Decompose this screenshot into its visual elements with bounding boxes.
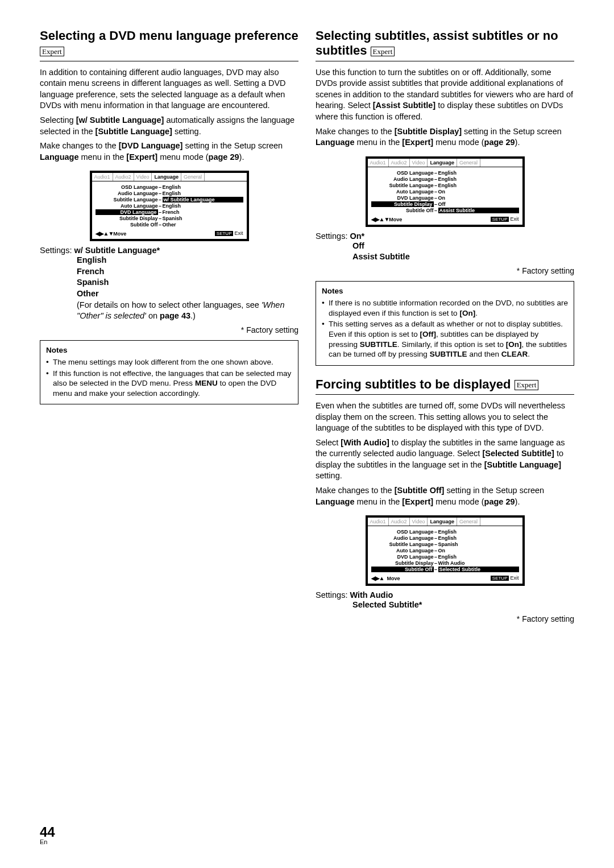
osd-row: Subtitle Off – Selected Subtitle xyxy=(371,567,519,572)
expert-badge: Expert xyxy=(40,47,64,57)
osd-row-label: Auto Language xyxy=(371,548,434,553)
osd-row-value: Other xyxy=(163,222,243,228)
osd-row: OSD Language – English xyxy=(371,529,519,535)
osd-row-value: English xyxy=(438,183,519,188)
section-heading-dvd-language: Selecting a DVD menu language preference… xyxy=(40,28,298,61)
osd-row: OSD Language – English xyxy=(96,184,243,190)
osd-row: DVD Language – On xyxy=(371,195,519,201)
osd-row-label: OSD Language xyxy=(96,184,158,190)
osd-footer: ◀▶▲▼Move SETUPExit xyxy=(368,215,522,225)
note-item: This setting serves as a default as whet… xyxy=(322,319,568,359)
osd-row-label: Auto Language xyxy=(96,203,158,209)
settings-value: Other xyxy=(77,288,298,300)
osd-screenshot-dvd-language: Audio1 Audio2 Video Language General OSD… xyxy=(90,171,249,241)
tab: Audio2 xyxy=(113,173,134,181)
osd-row-value: English xyxy=(438,554,519,560)
tab: Audio1 xyxy=(368,159,389,167)
osd-row-value: English xyxy=(438,529,519,535)
osd-row-value: English xyxy=(163,184,243,190)
osd-row-label: Audio Language xyxy=(371,535,434,541)
tab: General xyxy=(457,518,480,526)
forcing-intro-paragraph: Even when the subtitles are turned off, … xyxy=(316,400,574,434)
osd-row-value: On xyxy=(438,548,519,553)
osd-row: Audio Language – English xyxy=(371,535,519,541)
osd-body: OSD Language – EnglishAudio Language – E… xyxy=(368,167,522,215)
osd-row: DVD Language – French xyxy=(96,209,243,215)
page-number: 44 En xyxy=(40,825,55,845)
subtitle-intro-paragraph: Use this function to turn the subtitles … xyxy=(316,67,574,123)
osd-row-value: Off xyxy=(438,201,519,207)
tab: Video xyxy=(134,173,152,181)
osd-row-label: OSD Language xyxy=(371,170,434,176)
setup-pill: SETUP xyxy=(491,576,509,581)
tab: Audio1 xyxy=(368,518,389,526)
tab-active: Language xyxy=(428,159,457,167)
arrows-icon: ◀▶▲▼ xyxy=(96,230,114,237)
settings-values: Off Assist Subtitle xyxy=(352,241,574,263)
osd-row-value: English xyxy=(438,170,519,176)
settings-block: Settings: w/ Subtitle Language* English … xyxy=(40,246,298,321)
osd-row: Subtitle Language – Spanish xyxy=(371,542,519,547)
osd-row-value: English xyxy=(438,535,519,541)
osd-body: OSD Language – EnglishAudio Language – E… xyxy=(92,181,247,229)
tab: Video xyxy=(410,159,428,167)
osd-row-value: Spanish xyxy=(163,216,243,221)
tab-active: Language xyxy=(152,173,181,181)
page-number-value: 44 xyxy=(40,824,55,840)
tab-active: Language xyxy=(428,518,457,526)
osd-row-label: Subtitle Off xyxy=(96,222,158,228)
osd-row: Subtitle Language – English xyxy=(371,183,519,188)
osd-row-label: Subtitle Off xyxy=(371,567,434,572)
settings-value: French xyxy=(77,266,298,278)
osd-row-value: English xyxy=(163,203,243,209)
settings-value: Assist Subtitle xyxy=(352,251,574,263)
expert-badge: Expert xyxy=(371,47,395,57)
expert-badge: Expert xyxy=(515,380,539,390)
osd-row-label: OSD Language xyxy=(371,529,434,535)
settings-label: Settings: xyxy=(40,246,72,255)
osd-row-label: Audio Language xyxy=(96,191,158,196)
notes-heading: Notes xyxy=(322,286,568,296)
osd-row-value: On xyxy=(438,195,519,201)
settings-value: Selected Subtitle* xyxy=(352,600,574,611)
factory-setting-note: * Factory setting xyxy=(316,266,574,275)
osd-row-value: With Audio xyxy=(438,560,519,566)
osd-row: Auto Language – On xyxy=(371,189,519,195)
osd-row: Subtitle Off – Other xyxy=(96,222,243,228)
osd-row: DVD Language – English xyxy=(371,554,519,560)
intro-paragraph: In addition to containing different audi… xyxy=(40,67,298,111)
arrows-icon: ◀▶▲ xyxy=(371,575,384,581)
osd-row: Subtitle Display – With Audio xyxy=(371,560,519,566)
osd-row-value: Spanish xyxy=(438,542,519,547)
heading-text: Forcing subtitles to be displayed xyxy=(316,377,511,391)
setup-pill: SETUP xyxy=(215,231,234,236)
osd-body: OSD Language – EnglishAudio Language – E… xyxy=(368,526,522,574)
tab: Audio2 xyxy=(389,518,410,526)
settings-other-note: (For details on how to select other lang… xyxy=(77,300,298,322)
osd-row-label: DVD Language xyxy=(371,195,434,201)
settings-block: Settings: With Audio Selected Subtitle* xyxy=(316,590,574,611)
osd-row-value: English xyxy=(438,176,519,182)
osd-tabs: Audio1 Audio2 Video Language General xyxy=(92,173,247,181)
settings-value: With Audio xyxy=(350,590,393,600)
osd-row-value: French xyxy=(163,209,243,215)
osd-row-label: Subtitle Off xyxy=(371,208,434,213)
osd-tabs: Audio1 Audio2 Video Language General xyxy=(368,518,522,526)
factory-setting-note: * Factory setting xyxy=(316,614,574,623)
osd-row: Subtitle Display – Spanish xyxy=(96,216,243,221)
osd-footer: ◀▶▲▼Move SETUPExit xyxy=(92,229,247,239)
page-lang: En xyxy=(40,839,55,845)
osd-row-label: Audio Language xyxy=(371,176,434,182)
osd-row-label: Subtitle Language xyxy=(371,183,434,188)
osd-row: Subtitle Language – w/ Subtitle Language xyxy=(96,197,243,202)
osd-row-value: Selected Subtitle xyxy=(438,567,519,572)
tab: General xyxy=(181,173,205,181)
osd-row: Auto Language – English xyxy=(96,203,243,209)
page-columns: Selecting a DVD menu language preference… xyxy=(40,28,574,629)
tab: Video xyxy=(410,518,428,526)
osd-row-value: On xyxy=(438,189,519,195)
settings-value: English xyxy=(77,255,298,266)
tab: General xyxy=(457,159,480,167)
notes-box: Notes If there is no subtitle informatio… xyxy=(316,281,574,366)
settings-values: Selected Subtitle* xyxy=(352,600,574,611)
